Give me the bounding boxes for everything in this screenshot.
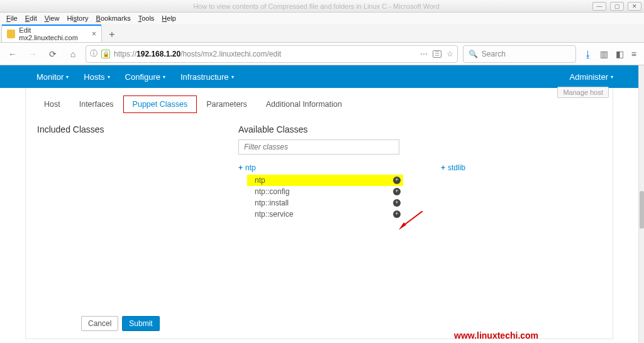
- search-placeholder: Search: [482, 50, 506, 58]
- browser-tab-strip: Edit mx2.linuxtechi.com × +: [0, 24, 644, 43]
- favicon: [7, 30, 15, 38]
- class-label: ntp::service: [255, 210, 293, 219]
- browser-menu-bar: File Edit View History Bookmarks Tools H…: [0, 13, 644, 24]
- tab-additional-information[interactable]: Additional Information: [257, 95, 352, 113]
- menu-tools[interactable]: Tools: [135, 14, 158, 23]
- class-row-ntp-install: ntp::install +: [247, 197, 403, 209]
- page-scrollbar[interactable]: [638, 65, 644, 343]
- available-classes-title: Available Classes: [238, 124, 465, 134]
- hamburger-menu-icon[interactable]: ≡: [631, 49, 636, 59]
- cancel-button[interactable]: Cancel: [81, 316, 118, 331]
- group-toggle-stdlib[interactable]: +stdlib: [441, 163, 465, 172]
- window-titlebar: How to view contents of Compressed file …: [0, 0, 644, 13]
- nav-monitor[interactable]: Monitor▾: [36, 72, 69, 82]
- browser-tab-label: Edit mx2.linuxtechi.com: [19, 26, 88, 41]
- scrollbar-thumb[interactable]: [640, 191, 644, 229]
- library-icon[interactable]: ▥: [600, 49, 608, 59]
- add-class-button[interactable]: +: [393, 188, 401, 195]
- reader-toggle-icon[interactable]: ☰: [433, 50, 441, 58]
- nav-configure[interactable]: Configure▾: [125, 72, 165, 82]
- home-button[interactable]: ⌂: [65, 46, 80, 62]
- add-class-button[interactable]: +: [393, 199, 401, 207]
- included-classes-title: Included Classes: [37, 124, 213, 134]
- search-icon: 🔍: [469, 50, 478, 58]
- search-bar[interactable]: 🔍 Search: [463, 45, 576, 63]
- manage-host-button-clipped[interactable]: Manage host: [557, 87, 609, 98]
- window-maximize-button[interactable]: ▢: [610, 2, 624, 11]
- menu-help[interactable]: Help: [158, 14, 180, 23]
- filter-classes-input[interactable]: [238, 139, 399, 155]
- forward-button[interactable]: →: [25, 46, 40, 62]
- menu-bookmarks[interactable]: Bookmarks: [92, 14, 135, 23]
- browser-toolbar: ← → ⟳ ⌂ ⓘ 🔒 https://192.168.1.20/hosts/m…: [0, 43, 644, 65]
- tab-puppet-classes[interactable]: Puppet Classes: [123, 95, 197, 113]
- menu-history[interactable]: History: [63, 14, 92, 23]
- included-classes-section: Included Classes: [37, 124, 213, 220]
- edit-host-card: Manage host Host Interfaces Puppet Class…: [25, 88, 613, 339]
- watermark-text: www.linuxtechi.com: [454, 330, 538, 340]
- browser-tab-active[interactable]: Edit mx2.linuxtechi.com ×: [1, 25, 102, 42]
- menu-edit[interactable]: Edit: [21, 14, 41, 23]
- url-text: https://192.168.1.20/hosts/mx2.linuxtech…: [114, 50, 281, 58]
- menu-file[interactable]: File: [3, 14, 21, 23]
- submit-button[interactable]: Submit: [122, 316, 159, 331]
- add-class-button[interactable]: +: [393, 177, 401, 184]
- class-label: ntp::config: [255, 187, 289, 196]
- window-minimize-button[interactable]: —: [592, 2, 606, 11]
- tab-close-icon[interactable]: ×: [92, 30, 96, 38]
- form-tabs: Host Interfaces Puppet Classes Parameter…: [28, 88, 610, 113]
- class-row-ntp-config: ntp::config +: [247, 186, 403, 197]
- app-nav-bar: Monitor▾ Hosts▾ Configure▾ Infrastructur…: [0, 65, 638, 88]
- url-bar[interactable]: ⓘ 🔒 https://192.168.1.20/hosts/mx2.linux…: [86, 45, 458, 63]
- reload-button[interactable]: ⟳: [45, 46, 60, 62]
- class-group-ntp: +ntp ntp + ntp::config + ntp::in: [238, 163, 403, 220]
- class-row-ntp-service: ntp::service +: [247, 209, 403, 220]
- tab-interfaces[interactable]: Interfaces: [70, 95, 123, 113]
- back-button[interactable]: ←: [5, 46, 20, 62]
- background-app-title: How to view contents of Compressed file …: [40, 3, 592, 10]
- class-group-stdlib: +stdlib: [441, 163, 465, 172]
- class-label: ntp::install: [255, 199, 289, 207]
- page-actions-icon[interactable]: ⋯: [420, 50, 428, 58]
- bookmark-star-icon[interactable]: ☆: [447, 50, 453, 58]
- tab-parameters[interactable]: Parameters: [197, 95, 257, 113]
- tab-host[interactable]: Host: [35, 95, 70, 113]
- nav-infrastructure[interactable]: Infrastructure▾: [180, 72, 234, 82]
- menu-view[interactable]: View: [41, 14, 64, 23]
- window-close-button[interactable]: ✕: [628, 2, 641, 11]
- lock-icon: 🔒: [101, 50, 110, 58]
- nav-administer[interactable]: Administer▾: [570, 72, 613, 82]
- downloads-icon[interactable]: ⭳: [584, 49, 592, 59]
- group-toggle-ntp[interactable]: +ntp: [238, 163, 403, 172]
- page-content: Monitor▾ Hosts▾ Configure▾ Infrastructur…: [0, 65, 638, 343]
- sidebar-icon[interactable]: ◧: [616, 49, 624, 59]
- nav-hosts[interactable]: Hosts▾: [84, 72, 109, 82]
- class-row-ntp: ntp +: [247, 175, 403, 186]
- class-label: ntp: [255, 176, 265, 185]
- available-classes-section: Available Classes +ntp ntp + ntp::config: [238, 124, 465, 220]
- add-class-button[interactable]: +: [393, 210, 401, 218]
- new-tab-button[interactable]: +: [104, 27, 119, 42]
- site-info-icon[interactable]: ⓘ: [90, 48, 97, 59]
